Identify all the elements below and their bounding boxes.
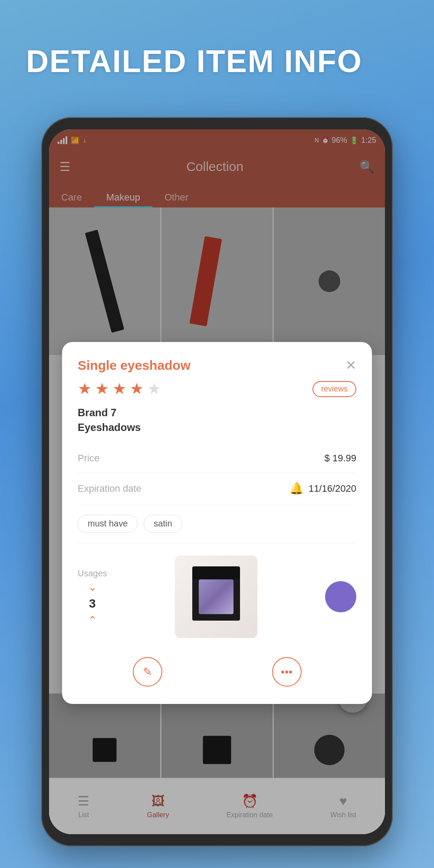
page-title: DETAILED ITEM INFO <box>26 43 362 79</box>
reviews-button[interactable]: reviews <box>312 381 356 397</box>
expiration-date: 11/16/2020 <box>309 483 356 494</box>
usages-up-arrow[interactable]: ⌃ <box>88 615 97 625</box>
item-detail-modal: Single eyeshadow ✕ ★ ★ ★ ★ ★ reviews Bra… <box>62 342 372 704</box>
star-3: ★ <box>112 380 126 398</box>
modal-header: Single eyeshadow ✕ <box>78 358 356 373</box>
item-category: Eyeshadows <box>78 421 356 434</box>
phone-frame: 📶 ↓ N ⏰ 96% 🔋 1:25 ☰ Collection 🔍 Care M… <box>41 117 393 846</box>
star-1: ★ <box>78 380 92 398</box>
stars-row: ★ ★ ★ ★ ★ reviews <box>78 380 356 398</box>
rating-stars: ★ ★ ★ ★ ★ <box>78 380 161 398</box>
color-swatch <box>325 581 356 612</box>
image-section: Usages ⌄ 3 ⌃ <box>78 543 356 647</box>
expiration-row: Expiration date 🔔 11/16/2020 <box>78 473 356 504</box>
edit-button[interactable]: ✎ <box>133 657 162 687</box>
usages-control: Usages ⌄ 3 ⌃ <box>78 569 107 625</box>
eyeshadow-pan <box>199 579 233 614</box>
modal-title: Single eyeshadow <box>78 358 191 373</box>
more-options-button[interactable]: ••• <box>272 657 302 687</box>
product-lid <box>192 566 240 579</box>
star-4: ★ <box>130 380 144 398</box>
price-row: Price $ 19.99 <box>78 444 356 473</box>
usages-label: Usages <box>78 569 107 579</box>
product-image-box <box>192 573 240 621</box>
usages-down-arrow[interactable]: ⌄ <box>88 582 97 592</box>
product-image <box>175 556 257 638</box>
usages-count: 3 <box>89 597 96 611</box>
price-label: Price <box>78 453 99 464</box>
tag-satin[interactable]: satin <box>144 515 182 533</box>
bell-icon[interactable]: 🔔 <box>289 482 303 495</box>
expiration-value: 🔔 11/16/2020 <box>289 482 356 495</box>
expiration-label: Expiration date <box>78 483 141 494</box>
tag-must-have[interactable]: must have <box>78 515 138 533</box>
phone-screen: 📶 ↓ N ⏰ 96% 🔋 1:25 ☰ Collection 🔍 Care M… <box>49 129 385 834</box>
more-icon: ••• <box>281 665 293 679</box>
usages-arrows: ⌄ 3 ⌃ <box>88 582 97 625</box>
star-2: ★ <box>95 380 109 398</box>
close-button[interactable]: ✕ <box>345 358 356 373</box>
price-value: $ 19.99 <box>325 453 356 464</box>
item-brand: Brand 7 <box>78 407 356 419</box>
star-5: ★ <box>147 380 161 398</box>
edit-icon: ✎ <box>143 665 152 679</box>
modal-actions: ✎ ••• <box>78 647 356 687</box>
tags-row: must have satin <box>78 504 356 543</box>
